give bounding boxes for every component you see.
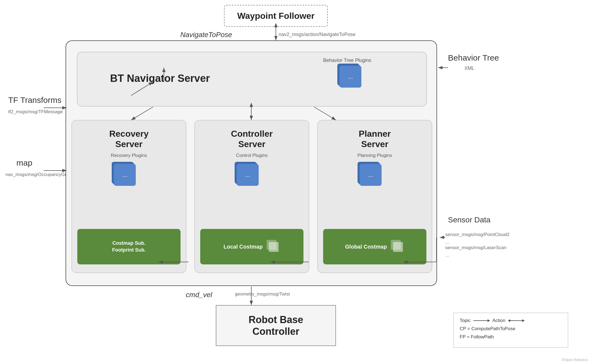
- sensor-ellipsis2: ...: [445, 252, 449, 258]
- xml-label: XML: [464, 65, 474, 71]
- behavior-tree-label: Behavior Tree: [448, 53, 499, 62]
- map-label: map: [16, 158, 32, 168]
- plugin-icon-front: ...: [340, 66, 361, 88]
- legend-topic-arrow: [473, 320, 490, 321]
- planner-server-title: PlannerServer: [323, 129, 426, 150]
- global-costmap-box: Global Costmap: [323, 229, 426, 264]
- planning-plugins-label: Planning Plugins: [323, 153, 426, 158]
- map-topic: nav_msgs/msg/OccupancyGrid: [5, 172, 70, 177]
- planner-icon-front: ...: [360, 164, 382, 186]
- recovery-ellipsis: ...: [122, 171, 127, 178]
- controller-server-title: ControllerServer: [200, 129, 303, 150]
- legend-fp-row: FP = FollowPath: [460, 334, 562, 340]
- sensor-data-label: Sensor Data: [448, 216, 491, 224]
- legend-action-label: Action: [492, 318, 505, 323]
- global-costmap-label: Global Costmap: [345, 244, 387, 250]
- cmdvel-topic: geometry_msgs/msg/Twist: [235, 291, 290, 297]
- robot-base-box: Robot BaseController: [216, 305, 336, 346]
- waypoint-label: Waypoint Follower: [237, 11, 314, 21]
- legend-action-arrow: [508, 320, 524, 321]
- recovery-costmap-box: Costmap Sub.Footprint Sub.: [77, 229, 181, 264]
- cmdvel-label: cmd_vel: [186, 291, 212, 299]
- global-costmap-icon: [391, 240, 405, 253]
- controller-server-box: ControllerServer Control Plugins ... Loc…: [194, 120, 309, 273]
- copyright: ©Open Robotics: [562, 358, 588, 362]
- main-container: BT Navigator Server Behavior Tree Plugin…: [66, 40, 437, 286]
- recovery-server-title: RecoveryServer: [77, 129, 181, 150]
- plugin-ellipsis: ...: [348, 73, 353, 80]
- diagram-container: Waypoint Follower NavigateToPose nav2_ms…: [0, 0, 590, 364]
- legend-fp-def: FP = FollowPath: [460, 334, 494, 340]
- sensor-topic1: sensor_msgs/msg/PointCloud2: [445, 232, 509, 237]
- sensor-topic2: sensor_msgs/msg/LaserScan: [445, 245, 506, 250]
- recovery-server-box: RecoveryServer Recovery Plugins ... Cost…: [72, 120, 186, 273]
- local-costmap-icon: [267, 240, 280, 253]
- local-costmap-label: Local Costmap: [223, 244, 262, 250]
- controller-plugin-stack: ...: [237, 164, 267, 194]
- robot-base-title: Robot BaseController: [249, 314, 303, 337]
- bt-navigator-title: BT Navigator Server: [110, 73, 210, 84]
- controller-ellipsis: ...: [245, 171, 250, 178]
- bt-navigator-box: BT Navigator Server Behavior Tree Plugin…: [77, 52, 427, 106]
- planner-plugin-stack: ...: [360, 164, 390, 194]
- legend-cp-row: CP = ComputePathToPose: [460, 326, 562, 332]
- legend-cp-def: CP = ComputePathToPose: [460, 326, 515, 332]
- local-costmap-box: Local Costmap: [200, 229, 303, 264]
- tf-label: TF Transforms: [8, 96, 61, 105]
- servers-row: RecoveryServer Recovery Plugins ... Cost…: [72, 120, 432, 273]
- recovery-costmap-label: Costmap Sub.Footprint Sub.: [112, 240, 146, 253]
- controller-icon-front: ...: [237, 164, 259, 186]
- planner-ellipsis: ...: [368, 171, 373, 178]
- waypoint-box: Waypoint Follower: [224, 5, 328, 27]
- legend-topic-label: Topic: [460, 318, 471, 323]
- recovery-plugins-label: Recovery Plugins: [77, 153, 181, 158]
- planner-server-box: PlannerServer Planning Plugins ... Globa…: [317, 120, 432, 273]
- legend-box: Topic Action CP = ComputePathToPose FP =…: [453, 313, 568, 348]
- recovery-plugin-stack: ...: [114, 164, 144, 194]
- nav-to-pose-label: NavigateToPose: [180, 31, 232, 39]
- control-plugins-label: Control Plugins: [200, 153, 303, 158]
- sensor-ellipsis1: ...: [445, 240, 449, 245]
- legend-topic-row: Topic Action: [460, 318, 562, 323]
- tf-topic: tf2_msgs/msg/TFMessage: [8, 109, 63, 115]
- bt-plugins-label: Behavior Tree Plugins: [323, 58, 371, 63]
- bt-plugin-stack: ...: [340, 66, 370, 96]
- nav-topic-label: nav2_msgs/action/NavigateToPose: [279, 32, 355, 37]
- recovery-icon-front: ...: [114, 164, 136, 186]
